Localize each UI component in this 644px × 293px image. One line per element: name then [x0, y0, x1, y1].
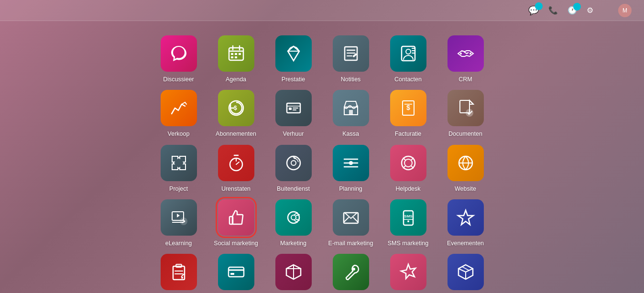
app-label-documenten: Documenten [448, 130, 482, 138]
app-icon-marketing [275, 199, 312, 236]
settings-button[interactable]: ⚙ [587, 6, 593, 15]
app-label-agenda: Agenda [226, 76, 246, 83]
app-label-buitendienst: Buitendienst [277, 185, 310, 193]
app-label-emailmarketing: E-mail marketing [328, 239, 373, 247]
app-item-app7d[interactable] [327, 254, 375, 293]
app-item-discussieer[interactable]: Discussieer [155, 35, 203, 83]
phone-button[interactable]: 📞 [548, 6, 558, 15]
app-item-verhuur[interactable]: Verhuur [270, 90, 317, 138]
app-label-website: Website [455, 185, 476, 193]
app-item-socialmarketing[interactable]: Social marketing [212, 199, 260, 247]
app-icon-prestatie [275, 35, 312, 72]
app-label-evenementen: Evenementen [447, 239, 484, 247]
app-icon-helpdesk [390, 145, 426, 181]
navbar: 💬 📞 🕐 ⚙ M [0, 0, 644, 21]
app-label-facturatie: Facturatie [395, 130, 422, 138]
app-item-contacten[interactable]: Contacten [384, 35, 432, 83]
svg-point-51 [349, 161, 353, 165]
app-item-urenstaten[interactable]: Urenstaten [212, 145, 260, 193]
app-label-crm: CRM [458, 76, 472, 83]
app-icon-planning [333, 145, 369, 181]
svg-point-72 [407, 220, 409, 222]
app-icon-app7a [161, 254, 197, 290]
app-item-agenda[interactable]: Agenda [212, 35, 260, 83]
svg-line-40 [469, 100, 473, 104]
svg-rect-31 [289, 108, 292, 110]
app-item-evenementen[interactable]: Evenementen [442, 199, 490, 247]
app-item-crm[interactable]: CRM [442, 35, 490, 83]
svg-point-41 [466, 109, 473, 117]
chat-button[interactable]: 💬 [528, 5, 539, 16]
app-item-app7c[interactable] [270, 254, 317, 293]
svg-point-47 [291, 161, 296, 165]
app-item-project[interactable]: Project [155, 145, 203, 193]
app-icon-agenda [218, 35, 254, 72]
svg-point-61 [180, 217, 187, 225]
app-icon-kassa [333, 90, 369, 126]
app-item-prestatie[interactable]: Prestatie [270, 35, 317, 83]
svg-line-90 [462, 267, 469, 271]
app-item-emailmarketing[interactable]: E-mail marketing [327, 199, 375, 247]
app-icon-notities [333, 35, 369, 72]
app-icon-facturatie: $ [390, 90, 426, 126]
app-label-discussieer: Discussieer [163, 76, 194, 83]
app-label-verhuur: Verhuur [283, 130, 304, 138]
app-item-notities[interactable]: Notities [327, 35, 375, 83]
app-item-app7b[interactable] [212, 254, 260, 293]
user-menu[interactable]: M [618, 4, 636, 17]
app-row-4 [155, 254, 490, 293]
svg-rect-32 [293, 108, 298, 109]
app-grid: DiscussieerAgendaPrestatieNotitiesContac… [0, 21, 644, 293]
app-row-3: eLearningSocial marketingMarketingE-mail… [155, 199, 490, 247]
app-item-kassa[interactable]: Kassa [327, 90, 375, 138]
svg-rect-66 [229, 217, 233, 224]
app-item-documenten[interactable]: Documenten [442, 90, 490, 138]
app-icon-elearning [161, 199, 197, 236]
svg-point-68 [291, 215, 296, 220]
phone-icon: 📞 [548, 6, 558, 15]
svg-line-14 [294, 46, 297, 48]
app-label-verkoop: Verkoop [168, 130, 190, 138]
svg-rect-34 [349, 110, 353, 115]
svg-line-13 [290, 46, 294, 48]
app-icon-crm [448, 35, 484, 72]
app-icon-socialmarketing [218, 199, 254, 236]
app-icon-app7e [390, 254, 426, 290]
app-label-socialmarketing: Social marketing [214, 239, 258, 247]
app-item-helpdesk[interactable]: Helpdesk [384, 145, 432, 193]
app-item-planning[interactable]: Planning [327, 145, 375, 193]
app-item-website[interactable]: Website [442, 145, 490, 193]
app-item-smsmarketing[interactable]: SMSSMS marketing [384, 199, 432, 247]
svg-point-67 [288, 212, 299, 223]
app-icon-contacten [390, 35, 426, 72]
app-item-app7a[interactable] [155, 254, 203, 293]
svg-rect-4 [231, 53, 233, 55]
app-item-verkoop[interactable]: Verkoop [155, 90, 203, 138]
app-label-marketing: Marketing [280, 239, 306, 247]
app-item-marketing[interactable]: Marketing [270, 199, 317, 247]
app-item-elearning[interactable]: eLearning [155, 199, 203, 247]
app-item-abonnementen[interactable]: $Abonnementen [212, 90, 260, 138]
app-label-abonnementen: Abonnementen [216, 130, 256, 138]
svg-text:$: $ [406, 104, 410, 111]
app-item-app7f[interactable] [442, 254, 490, 293]
app-item-app7e[interactable] [384, 254, 432, 293]
svg-rect-81 [229, 267, 244, 277]
svg-point-53 [404, 159, 412, 167]
app-row-1: Verkoop$AbonnementenVerhuurKassa$Factura… [155, 90, 490, 138]
svg-marker-74 [458, 210, 473, 225]
app-item-facturatie[interactable]: $Facturatie [384, 90, 432, 138]
app-icon-documenten [448, 90, 484, 126]
app-item-buitendienst[interactable]: Buitendienst [270, 145, 317, 193]
svg-rect-83 [230, 273, 234, 275]
app-label-planning: Planning [339, 185, 362, 193]
activity-button[interactable]: 🕐 [568, 6, 577, 15]
app-row-0: DiscussieerAgendaPrestatieNotitiesContac… [155, 35, 490, 83]
app-label-prestatie: Prestatie [282, 76, 305, 83]
svg-rect-6 [239, 53, 241, 55]
app-icon-buitendienst [275, 145, 312, 181]
svg-point-46 [287, 156, 300, 170]
app-icon-verkoop [161, 90, 197, 126]
app-icon-discussieer [161, 35, 197, 72]
app-label-smsmarketing: SMS marketing [388, 239, 428, 247]
